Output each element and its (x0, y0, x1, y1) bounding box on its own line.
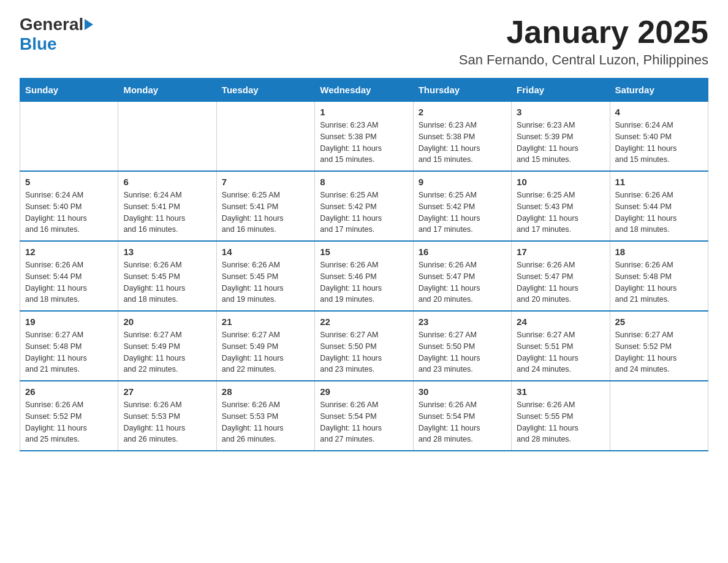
header-cell-monday: Monday (118, 79, 216, 102)
calendar-cell: 22Sunrise: 6:27 AMSunset: 5:50 PMDayligh… (315, 311, 413, 381)
calendar-cell: 28Sunrise: 6:26 AMSunset: 5:53 PMDayligh… (216, 381, 314, 451)
day-number: 25 (615, 316, 703, 327)
calendar-cell: 17Sunrise: 6:26 AMSunset: 5:47 PMDayligh… (512, 241, 610, 311)
day-info: Sunrise: 6:26 AMSunset: 5:54 PMDaylight:… (419, 399, 506, 445)
calendar-cell: 2Sunrise: 6:23 AMSunset: 5:38 PMDaylight… (413, 102, 511, 172)
calendar-cell: 30Sunrise: 6:26 AMSunset: 5:54 PMDayligh… (413, 381, 511, 451)
day-number: 5 (25, 177, 113, 187)
day-info: Sunrise: 6:27 AMSunset: 5:50 PMDaylight:… (419, 329, 506, 375)
day-info: Sunrise: 6:27 AMSunset: 5:49 PMDaylight:… (222, 329, 309, 375)
calendar-cell: 13Sunrise: 6:26 AMSunset: 5:45 PMDayligh… (118, 241, 216, 311)
day-number: 10 (517, 177, 604, 187)
day-number: 20 (123, 316, 211, 327)
calendar-week-2: 12Sunrise: 6:26 AMSunset: 5:44 PMDayligh… (20, 241, 708, 311)
day-number: 21 (222, 316, 309, 327)
day-number: 11 (615, 177, 703, 187)
calendar-cell: 23Sunrise: 6:27 AMSunset: 5:50 PMDayligh… (413, 311, 511, 381)
day-info: Sunrise: 6:24 AMSunset: 5:40 PMDaylight:… (615, 120, 703, 166)
day-number: 28 (222, 386, 309, 397)
day-number: 4 (615, 107, 703, 117)
day-info: Sunrise: 6:27 AMSunset: 5:52 PMDaylight:… (615, 329, 703, 375)
calendar-cell: 14Sunrise: 6:26 AMSunset: 5:45 PMDayligh… (216, 241, 314, 311)
day-info: Sunrise: 6:27 AMSunset: 5:50 PMDaylight:… (320, 329, 408, 375)
day-number: 13 (123, 247, 211, 257)
day-number: 22 (320, 316, 408, 327)
calendar-week-3: 19Sunrise: 6:27 AMSunset: 5:48 PMDayligh… (20, 311, 708, 381)
day-info: Sunrise: 6:26 AMSunset: 5:52 PMDaylight:… (25, 399, 113, 445)
calendar-subtitle: San Fernando, Central Luzon, Philippines (459, 52, 708, 68)
header-cell-tuesday: Tuesday (216, 79, 314, 102)
calendar-cell: 26Sunrise: 6:26 AMSunset: 5:52 PMDayligh… (20, 381, 118, 451)
calendar-cell: 21Sunrise: 6:27 AMSunset: 5:49 PMDayligh… (216, 311, 314, 381)
calendar-cell: 20Sunrise: 6:27 AMSunset: 5:49 PMDayligh… (118, 311, 216, 381)
day-number: 3 (517, 107, 604, 117)
calendar-cell: 24Sunrise: 6:27 AMSunset: 5:51 PMDayligh… (512, 311, 610, 381)
day-info: Sunrise: 6:26 AMSunset: 5:46 PMDaylight:… (320, 259, 408, 305)
day-info: Sunrise: 6:26 AMSunset: 5:47 PMDaylight:… (419, 259, 506, 305)
day-number: 17 (517, 247, 604, 257)
day-number: 6 (123, 177, 211, 187)
day-number: 26 (25, 386, 113, 397)
calendar-cell: 31Sunrise: 6:26 AMSunset: 5:55 PMDayligh… (512, 381, 610, 451)
day-info: Sunrise: 6:23 AMSunset: 5:39 PMDaylight:… (517, 120, 604, 166)
day-number: 16 (419, 247, 506, 257)
calendar-cell: 3Sunrise: 6:23 AMSunset: 5:39 PMDaylight… (512, 102, 610, 172)
calendar-week-1: 5Sunrise: 6:24 AMSunset: 5:40 PMDaylight… (20, 171, 708, 241)
calendar-cell: 16Sunrise: 6:26 AMSunset: 5:47 PMDayligh… (413, 241, 511, 311)
logo-blue: Blue (20, 34, 57, 53)
day-number: 1 (320, 107, 408, 117)
calendar-table: SundayMondayTuesdayWednesdayThursdayFrid… (20, 78, 708, 451)
calendar-cell: 29Sunrise: 6:26 AMSunset: 5:54 PMDayligh… (315, 381, 413, 451)
header-cell-friday: Friday (512, 79, 610, 102)
day-info: Sunrise: 6:26 AMSunset: 5:53 PMDaylight:… (222, 399, 309, 445)
day-number: 27 (123, 386, 211, 397)
calendar-title: January 2025 (459, 15, 708, 50)
logo-arrow-icon (85, 19, 93, 30)
day-info: Sunrise: 6:26 AMSunset: 5:54 PMDaylight:… (320, 399, 408, 445)
day-info: Sunrise: 6:25 AMSunset: 5:43 PMDaylight:… (517, 190, 604, 236)
header-cell-saturday: Saturday (610, 79, 708, 102)
calendar-body: 1Sunrise: 6:23 AMSunset: 5:38 PMDaylight… (20, 102, 708, 451)
logo-general: General (20, 15, 83, 34)
calendar-cell: 4Sunrise: 6:24 AMSunset: 5:40 PMDaylight… (610, 102, 708, 172)
calendar-week-4: 26Sunrise: 6:26 AMSunset: 5:52 PMDayligh… (20, 381, 708, 451)
calendar-cell: 25Sunrise: 6:27 AMSunset: 5:52 PMDayligh… (610, 311, 708, 381)
day-info: Sunrise: 6:25 AMSunset: 5:41 PMDaylight:… (222, 190, 309, 236)
day-number: 18 (615, 247, 703, 257)
calendar-cell: 12Sunrise: 6:26 AMSunset: 5:44 PMDayligh… (20, 241, 118, 311)
day-info: Sunrise: 6:24 AMSunset: 5:41 PMDaylight:… (123, 190, 211, 236)
calendar-cell (610, 381, 708, 451)
header-cell-wednesday: Wednesday (315, 79, 413, 102)
day-info: Sunrise: 6:26 AMSunset: 5:47 PMDaylight:… (517, 259, 604, 305)
calendar-cell (216, 102, 314, 172)
calendar-header: SundayMondayTuesdayWednesdayThursdayFrid… (20, 79, 708, 102)
day-info: Sunrise: 6:27 AMSunset: 5:49 PMDaylight:… (123, 329, 211, 375)
calendar-cell: 8Sunrise: 6:25 AMSunset: 5:42 PMDaylight… (315, 171, 413, 241)
day-info: Sunrise: 6:23 AMSunset: 5:38 PMDaylight:… (419, 120, 506, 166)
day-number: 8 (320, 177, 408, 187)
calendar-cell: 9Sunrise: 6:25 AMSunset: 5:42 PMDaylight… (413, 171, 511, 241)
day-info: Sunrise: 6:26 AMSunset: 5:53 PMDaylight:… (123, 399, 211, 445)
header-cell-thursday: Thursday (413, 79, 511, 102)
header-row: SundayMondayTuesdayWednesdayThursdayFrid… (20, 79, 708, 102)
day-info: Sunrise: 6:25 AMSunset: 5:42 PMDaylight:… (419, 190, 506, 236)
calendar-cell: 15Sunrise: 6:26 AMSunset: 5:46 PMDayligh… (315, 241, 413, 311)
title-block: January 2025 San Fernando, Central Luzon… (459, 15, 708, 68)
day-info: Sunrise: 6:24 AMSunset: 5:40 PMDaylight:… (25, 190, 113, 236)
day-number: 29 (320, 386, 408, 397)
day-number: 31 (517, 386, 604, 397)
day-info: Sunrise: 6:26 AMSunset: 5:45 PMDaylight:… (222, 259, 309, 305)
day-info: Sunrise: 6:26 AMSunset: 5:48 PMDaylight:… (615, 259, 703, 305)
day-info: Sunrise: 6:27 AMSunset: 5:51 PMDaylight:… (517, 329, 604, 375)
day-info: Sunrise: 6:26 AMSunset: 5:55 PMDaylight:… (517, 399, 604, 445)
day-info: Sunrise: 6:27 AMSunset: 5:48 PMDaylight:… (25, 329, 113, 375)
calendar-cell: 5Sunrise: 6:24 AMSunset: 5:40 PMDaylight… (20, 171, 118, 241)
calendar-cell: 6Sunrise: 6:24 AMSunset: 5:41 PMDaylight… (118, 171, 216, 241)
header-cell-sunday: Sunday (20, 79, 118, 102)
calendar-cell (118, 102, 216, 172)
calendar-cell: 19Sunrise: 6:27 AMSunset: 5:48 PMDayligh… (20, 311, 118, 381)
day-number: 24 (517, 316, 604, 327)
calendar-cell: 18Sunrise: 6:26 AMSunset: 5:48 PMDayligh… (610, 241, 708, 311)
day-info: Sunrise: 6:26 AMSunset: 5:44 PMDaylight:… (25, 259, 113, 305)
day-info: Sunrise: 6:25 AMSunset: 5:42 PMDaylight:… (320, 190, 408, 236)
